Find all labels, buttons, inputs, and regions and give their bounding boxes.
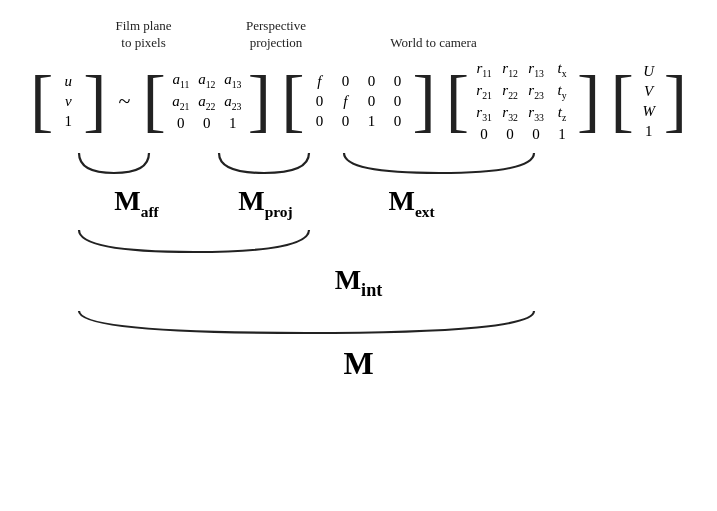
lhs-v: v [59,93,77,110]
m-proj-sub: proj [265,202,293,219]
bracket-left-ext: [ [444,56,471,147]
m-proj-label: Mproj [207,185,325,221]
m-aff-label: Maff [73,185,201,221]
lhs-vector: [ u v 1 ] [28,66,109,136]
lhs-1: 1 [59,113,77,130]
sim-sign: ~ [115,88,135,114]
ext-1: 1 [553,126,571,143]
m-int-row: Mint [19,264,699,301]
rhs-V: V [640,83,658,100]
proj-f2: f [336,93,354,110]
a23: a23 [224,93,242,112]
mat-aff-content: a11 a12 a13 a21 a22 a23 0 0 1 [168,66,246,136]
r11: r11 [475,60,493,79]
bracket-right-rhs: ] [662,59,689,144]
r23: r23 [527,82,545,101]
ext-0-2: 0 [501,126,519,143]
m-ext-sub: ext [415,202,435,219]
aff-1: 1 [224,115,242,132]
r31: r31 [475,104,493,123]
r33: r33 [527,104,545,123]
labels-row: Film planeto pixels Perspectiveprojectio… [19,18,699,52]
ty: ty [553,82,571,101]
ext-0-1: 0 [475,126,493,143]
ext-0-3: 0 [527,126,545,143]
proj-1: 1 [362,113,380,130]
m-aff-sub: aff [141,202,159,219]
proj-0-2: 0 [362,73,380,90]
proj-0-6: 0 [388,93,406,110]
bracket-left-proj: [ [279,66,306,136]
m-row: M [19,345,699,382]
mat-ext: [ r11 r12 r13 tx r21 r22 r23 ty r31 r32 [444,56,603,147]
tx: tx [553,60,571,79]
bracket-left-rhs: [ [608,59,635,144]
bracket-left-lhs: [ [28,66,55,136]
proj-0-3: 0 [388,73,406,90]
proj-0-9: 0 [388,113,406,130]
lhs-u: u [59,73,77,90]
a22: a22 [198,93,216,112]
r22: r22 [501,82,519,101]
r21: r21 [475,82,493,101]
lhs-content: u v 1 [55,66,81,136]
a21: a21 [172,93,190,112]
mat-aff: [ a11 a12 a13 a21 a22 a23 0 0 1 ] [141,66,274,136]
m-label: M [343,345,373,382]
label-film: Film planeto pixels [79,18,209,52]
a11: a11 [172,71,190,90]
proj-0-5: 0 [362,93,380,110]
mat-proj: [ f 0 0 0 0 f 0 0 0 0 1 0 [279,66,438,136]
label-world: World to camera [354,35,514,52]
brace-svg-2 [19,226,699,258]
bracket-left-aff: [ [141,66,168,136]
mat-ext-content: r11 r12 r13 tx r21 r22 r23 ty r31 r32 r3… [471,56,575,147]
bracket-right-lhs: ] [81,66,108,136]
rhs-1: 1 [640,123,658,140]
bracket-right-ext: ] [575,56,602,147]
proj-f1: f [310,73,328,90]
r32: r32 [501,104,519,123]
rhs-U: U [640,63,658,80]
brace-row-1 [19,149,699,183]
main-container: Film planeto pixels Perspectiveprojectio… [0,0,717,511]
m-labels-row: Maff Mproj Mext [19,185,699,221]
label-persp: Perspectiveprojection [219,18,334,52]
r12: r12 [501,60,519,79]
proj-0-7: 0 [310,113,328,130]
rhs-W: W [640,103,658,120]
brace-svg-3 [19,307,699,339]
mat-proj-content: f 0 0 0 0 f 0 0 0 0 1 0 [306,66,410,136]
rhs-content: U V W 1 [636,59,662,144]
rhs-vector: [ U V W 1 ] [608,59,689,144]
aff-0-1: 0 [172,115,190,132]
brace-row-3 [19,307,699,343]
proj-0-4: 0 [310,93,328,110]
m-ext-label: Mext [333,185,491,221]
a12: a12 [198,71,216,90]
brace-svg-1 [19,149,699,179]
brace-row-2 [19,226,699,262]
equation-row: [ u v 1 ] ~ [ a11 a12 a13 a21 a22 [28,56,689,147]
a13: a13 [224,71,242,90]
proj-0-8: 0 [336,113,354,130]
bracket-right-aff: ] [246,66,273,136]
tz: tz [553,104,571,123]
r13: r13 [527,60,545,79]
proj-0-1: 0 [336,73,354,90]
m-int-label: Mint [335,264,383,301]
aff-0-2: 0 [198,115,216,132]
bracket-right-proj: ] [410,66,437,136]
